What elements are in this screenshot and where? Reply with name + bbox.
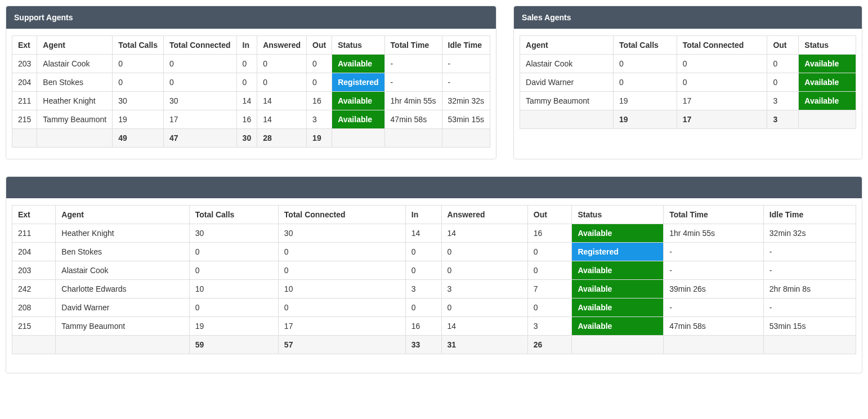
cell-total-calls: 19	[113, 110, 164, 129]
table-row[interactable]: 215Tammy Beaumont191716143Available47min…	[12, 110, 490, 129]
col-total-connected[interactable]: Total Connected	[677, 36, 767, 55]
cell-idle-time: 53min 15s	[763, 317, 856, 336]
cell-total-calls: 10	[189, 280, 278, 298]
cell-answered: 14	[257, 92, 307, 110]
cell-idle-time: -	[763, 243, 856, 261]
sales-agents-body: Agent Total Calls Total Connected Out St…	[514, 29, 862, 158]
col-agent[interactable]: Agent	[56, 206, 189, 224]
cell-total-connected: 0	[163, 73, 236, 92]
col-total-calls[interactable]: Total Calls	[113, 36, 164, 55]
col-agent[interactable]: Agent	[520, 36, 614, 55]
table-row[interactable]: 242Charlotte Edwards1010337Available39mi…	[12, 280, 856, 298]
col-ext[interactable]: Ext	[12, 206, 56, 224]
table-row[interactable]: 211Heather Knight3030141416Available1hr …	[12, 92, 490, 110]
cell-total-connected: 47	[163, 129, 236, 148]
col-total-calls[interactable]: Total Calls	[189, 206, 278, 224]
col-status[interactable]: Status	[799, 36, 856, 55]
table-row[interactable]: 204Ben Stokes00000Registered--	[12, 73, 490, 92]
cell-total-connected: 0	[278, 298, 405, 317]
cell-total-time: -	[664, 243, 764, 261]
col-out[interactable]: Out	[527, 206, 572, 224]
col-in[interactable]: In	[236, 36, 257, 55]
cell-idle-time: 2hr 8min 8s	[763, 280, 856, 298]
cell-total-connected: 57	[278, 336, 405, 354]
table-row[interactable]: 203Alastair Cook00000Available--	[12, 261, 856, 280]
table-row[interactable]: 208David Warner00000Available--	[12, 298, 856, 317]
status-cell: Available	[799, 55, 856, 73]
cell-total-connected: 0	[278, 261, 405, 280]
cell-idle-time: 53min 15s	[442, 110, 490, 129]
cell-ext: 215	[12, 110, 37, 129]
col-out[interactable]: Out	[307, 36, 332, 55]
col-in[interactable]: In	[405, 206, 441, 224]
status-cell: Available	[572, 280, 664, 298]
table-row[interactable]: 204Ben Stokes00000Registered--	[12, 243, 856, 261]
cell-total-connected: 0	[677, 73, 767, 92]
cell-total-connected: 17	[163, 110, 236, 129]
cell-idle-time: 32min 32s	[442, 92, 490, 110]
cell-total-calls: 0	[113, 73, 164, 92]
cell-total-time: 47min 58s	[384, 110, 442, 129]
table-row[interactable]: Alastair Cook000Available	[520, 55, 856, 73]
cell-status	[572, 336, 664, 354]
status-cell: Available	[572, 261, 664, 280]
cell-total-calls: 0	[189, 261, 278, 280]
cell-total-time: -	[384, 55, 442, 73]
support-header-row: Ext Agent Total Calls Total Connected In…	[12, 36, 490, 55]
cell-idle-time: -	[763, 261, 856, 280]
col-total-time[interactable]: Total Time	[664, 206, 764, 224]
cell-idle-time	[442, 129, 490, 148]
cell-ext	[12, 129, 37, 148]
col-ext[interactable]: Ext	[12, 36, 37, 55]
cell-total-connected: 17	[677, 110, 767, 129]
col-total-calls[interactable]: Total Calls	[614, 36, 677, 55]
cell-total-time: -	[384, 73, 442, 92]
col-total-time[interactable]: Total Time	[384, 36, 442, 55]
table-row[interactable]: 215Tammy Beaumont191716143Available47min…	[12, 317, 856, 336]
totals-row: 19173	[520, 110, 856, 129]
col-answered[interactable]: Answered	[441, 206, 527, 224]
cell-total-connected: 30	[278, 224, 405, 243]
cell-ext: 204	[12, 73, 37, 92]
cell-out: 3	[767, 110, 799, 129]
col-idle-time[interactable]: Idle Time	[763, 206, 856, 224]
cell-total-calls: 0	[113, 55, 164, 73]
sales-agents-table: Agent Total Calls Total Connected Out St…	[520, 35, 856, 129]
status-badge: Available	[799, 55, 856, 73]
cell-total-connected: 0	[163, 55, 236, 73]
cell-ext: 211	[12, 92, 37, 110]
col-agent[interactable]: Agent	[37, 36, 113, 55]
cell-answered: 0	[257, 55, 307, 73]
cell-out: 0	[767, 55, 799, 73]
table-row[interactable]: Tammy Beaumont19173Available	[520, 92, 856, 110]
cell-total-connected: 17	[278, 317, 405, 336]
cell-total-time: 1hr 4min 55s	[664, 224, 764, 243]
status-cell: Registered	[572, 243, 664, 261]
table-row[interactable]: 203Alastair Cook00000Available--	[12, 55, 490, 73]
col-total-connected[interactable]: Total Connected	[278, 206, 405, 224]
cell-answered: 0	[441, 261, 527, 280]
cell-idle-time: -	[442, 73, 490, 92]
status-badge: Available	[572, 298, 663, 317]
col-total-connected[interactable]: Total Connected	[163, 36, 236, 55]
cell-out: 16	[527, 224, 572, 243]
col-status[interactable]: Status	[332, 36, 384, 55]
table-row[interactable]: 211Heather Knight3030141416Available1hr …	[12, 224, 856, 243]
cell-answered: 28	[257, 129, 307, 148]
cell-in: 0	[405, 261, 441, 280]
table-row[interactable]: David Warner000Available	[520, 73, 856, 92]
cell-agent: Tammy Beaumont	[520, 92, 614, 110]
status-cell: Available	[332, 92, 384, 110]
status-badge: Available	[572, 280, 663, 298]
cell-total-calls: 0	[614, 73, 677, 92]
col-idle-time[interactable]: Idle Time	[442, 36, 490, 55]
status-badge: Available	[799, 92, 856, 110]
cell-answered: 3	[441, 280, 527, 298]
col-out[interactable]: Out	[767, 36, 799, 55]
status-cell: Registered	[332, 73, 384, 92]
support-agents-panel: Support Agents Ext Agent Total Calls Tot…	[6, 6, 496, 159]
cell-in: 0	[405, 298, 441, 317]
col-answered[interactable]: Answered	[257, 36, 307, 55]
cell-out: 3	[767, 92, 799, 110]
col-status[interactable]: Status	[572, 206, 664, 224]
